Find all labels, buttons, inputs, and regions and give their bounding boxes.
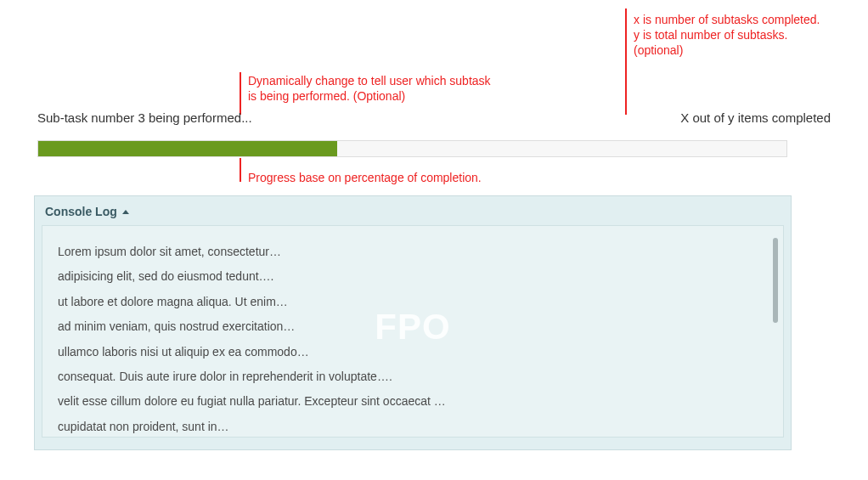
console-log-toggle[interactable]: Console Log <box>35 196 791 225</box>
console-log-line: consequat. Duis aute irure dolor in repr… <box>58 364 768 389</box>
console-log-body: Lorem ipsum dolor sit amet, consectetur…… <box>42 225 784 438</box>
progress-bar-fill <box>38 141 337 156</box>
annotation-divider <box>240 158 241 182</box>
console-log-line: ullamco laboris nisi ut aliquip ex ea co… <box>58 340 768 364</box>
subtask-status-text: Sub-task number 3 being performed... <box>37 110 252 125</box>
console-log-title: Console Log <box>45 205 117 218</box>
console-log-line: cupidatat non proident, sunt in… <box>58 415 768 438</box>
console-log-panel: Console Log Lorem ipsum dolor sit amet, … <box>34 195 792 450</box>
console-log-line: velit esse cillum dolore eu fugiat nulla… <box>58 389 768 414</box>
caret-up-icon <box>122 210 129 214</box>
annotation-text: Dynamically change to tell user which su… <box>248 73 491 104</box>
console-log-line: adipisicing elit, sed do eiusmod tedunt…… <box>58 264 768 289</box>
annotation-divider <box>240 72 241 115</box>
console-log-line: ut labore et dolore magna aliqua. Ut eni… <box>58 290 768 314</box>
console-log-lines: Lorem ipsum dolor sit amet, consectetur…… <box>42 226 783 438</box>
annotation-text: x is number of subtasks completed. y is … <box>634 12 820 59</box>
console-log-line: ad minim veniam, quis nostrud exercitati… <box>58 314 768 339</box>
console-log-line: Lorem ipsum dolor sit amet, consectetur… <box>58 240 768 264</box>
items-completed-text: X out of y items completed <box>680 110 831 125</box>
scrollbar[interactable] <box>773 238 778 323</box>
annotation-divider <box>625 8 627 115</box>
progress-bar <box>37 140 787 157</box>
annotation-text: Progress base on percentage of completio… <box>248 170 482 185</box>
